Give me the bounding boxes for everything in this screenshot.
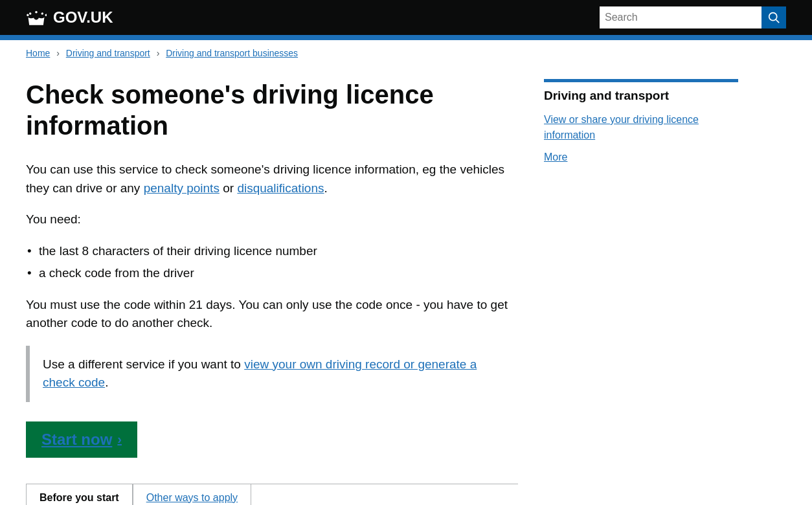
breadcrumb-sep-1: › [56,48,60,58]
page-title: Check someone's driving licence informat… [26,79,518,141]
tab-before-you-start[interactable]: Before you start [26,484,133,506]
tab-other-ways[interactable]: Other ways to apply [133,484,251,506]
gov-uk-logo[interactable]: GOV.UK [26,8,113,27]
sidebar-more-link[interactable]: More [544,150,738,165]
breadcrumb-driving-transport-businesses[interactable]: Driving and transport businesses [166,48,298,58]
inset-suffix: . [105,376,108,389]
inset-text: Use a different service if you want to v… [26,346,518,402]
svg-line-1 [776,19,779,23]
main-container: Check someone's driving licence informat… [0,66,777,505]
chevron-right-icon: › [117,432,122,447]
disqualifications-link[interactable]: disqualifications [237,181,324,195]
gov-uk-text: GOV.UK [53,8,113,27]
header-search [600,6,786,28]
list-item: a check code from the driver [39,264,518,283]
sidebar-top-border [544,79,738,82]
blue-bar [0,35,812,40]
intro-period: . [324,181,328,195]
start-now-label: Start now [41,431,112,449]
you-need-label: You need: [26,210,518,229]
inset-paragraph: Use a different service if you want to v… [43,355,505,392]
main-content: Check someone's driving licence informat… [26,79,518,505]
sidebar-title: Driving and transport [544,89,738,103]
sidebar: Driving and transport View or share your… [544,79,738,505]
requirements-list: the last 8 characters of their driving l… [26,242,518,283]
breadcrumb-driving-transport[interactable]: Driving and transport [66,48,150,58]
start-now-button[interactable]: Start now › [26,421,137,458]
crown-icon [26,8,47,27]
search-input[interactable] [600,6,761,28]
intro-paragraph: You can use this service to check someon… [26,161,518,197]
breadcrumb: Home › Driving and transport › Driving a… [0,40,812,66]
list-item: the last 8 characters of their driving l… [39,242,518,261]
breadcrumb-sep-2: › [157,48,160,58]
sidebar-link-view-share[interactable]: View or share your driving licence infor… [544,112,738,143]
tabs-container: Before you start Other ways to apply [26,484,518,506]
code-note: You must use the code within 21 days. Yo… [26,296,518,333]
breadcrumb-home[interactable]: Home [26,48,50,58]
svg-point-0 [769,13,777,21]
penalty-points-link[interactable]: penalty points [144,181,220,195]
search-button[interactable] [761,6,786,28]
site-header: GOV.UK [0,0,812,35]
inset-prefix: Use a different service if you want to [43,357,241,371]
or-text: or [223,181,237,195]
search-icon [768,12,780,23]
